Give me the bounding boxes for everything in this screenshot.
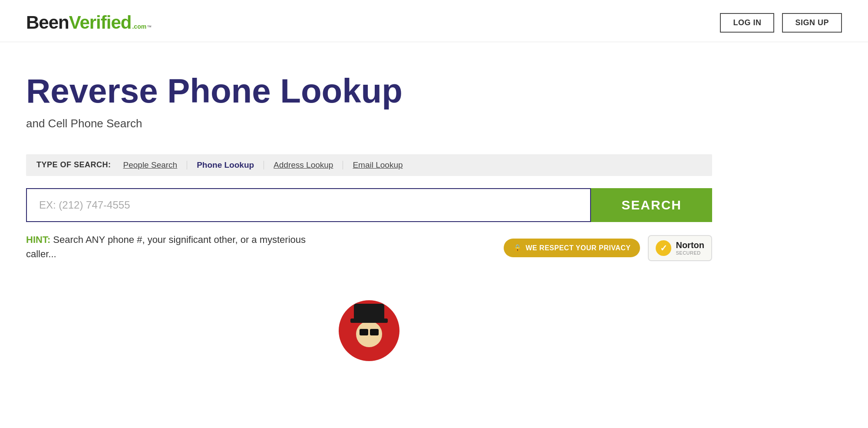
tab-address-lookup[interactable]: Address Lookup [274,160,333,170]
norton-name: Norton [676,240,704,250]
page-title: Reverse Phone Lookup [26,73,417,110]
search-row: SEARCH [26,188,712,222]
bottom-figure-area [26,274,712,361]
logo-been: Been [26,12,69,33]
spy-hat-brim [350,319,388,323]
logo-verified: Verified [69,12,132,33]
badges-container: 🔒 WE RESPECT YOUR PRIVACY ✓ Norton SECUR… [504,232,712,261]
hint-badges-row: HINT: Search ANY phone #, your significa… [26,232,712,261]
divider-2 [264,161,264,169]
search-type-bar: TYPE OF SEARCH: People Search Phone Look… [26,154,712,176]
divider-3 [343,161,343,169]
page-subtitle: and Cell Phone Search [26,117,842,130]
spy-circle [339,300,399,361]
tab-email-lookup[interactable]: Email Lookup [353,160,403,170]
login-button[interactable]: LOG IN [720,13,774,33]
norton-check-icon: ✓ [656,240,671,256]
privacy-badge: 🔒 WE RESPECT YOUR PRIVACY [504,239,640,257]
main-content: Reverse Phone Lookup and Cell Phone Sear… [0,42,868,387]
spy-right-glass [370,329,379,335]
norton-secured: SECURED [676,250,704,255]
logo-dotcom: .com [132,23,146,30]
tab-phone-lookup[interactable]: Phone Lookup [197,160,254,170]
privacy-badge-text: WE RESPECT YOUR PRIVACY [525,244,630,252]
norton-text-block: Norton SECURED [676,240,704,255]
spy-hat [354,304,384,319]
header-buttons: LOG IN SIGN UP [720,13,842,33]
lock-icon: 🔒 [513,244,522,252]
norton-badge: ✓ Norton SECURED [648,235,712,261]
page-wrapper: BeenVerified.com™ LOG IN SIGN UP Reverse… [0,0,868,428]
divider-1 [187,161,187,169]
hint-label: HINT: [26,234,50,245]
phone-search-input[interactable] [26,188,591,222]
logo-tm: ™ [147,24,152,30]
signup-button[interactable]: SIGN UP [782,13,842,33]
spy-left-glass [360,329,368,335]
hint-text: HINT: Search ANY phone #, your significa… [26,232,308,261]
hint-body: Search ANY phone #, your significant oth… [26,234,306,259]
spy-illustration [304,274,434,361]
spy-glasses [360,329,379,335]
header: BeenVerified.com™ LOG IN SIGN UP [0,0,868,42]
search-type-label: TYPE OF SEARCH: [36,160,111,169]
search-button[interactable]: SEARCH [591,188,712,222]
tab-people-search[interactable]: People Search [123,160,178,170]
logo: BeenVerified.com™ [26,12,152,33]
